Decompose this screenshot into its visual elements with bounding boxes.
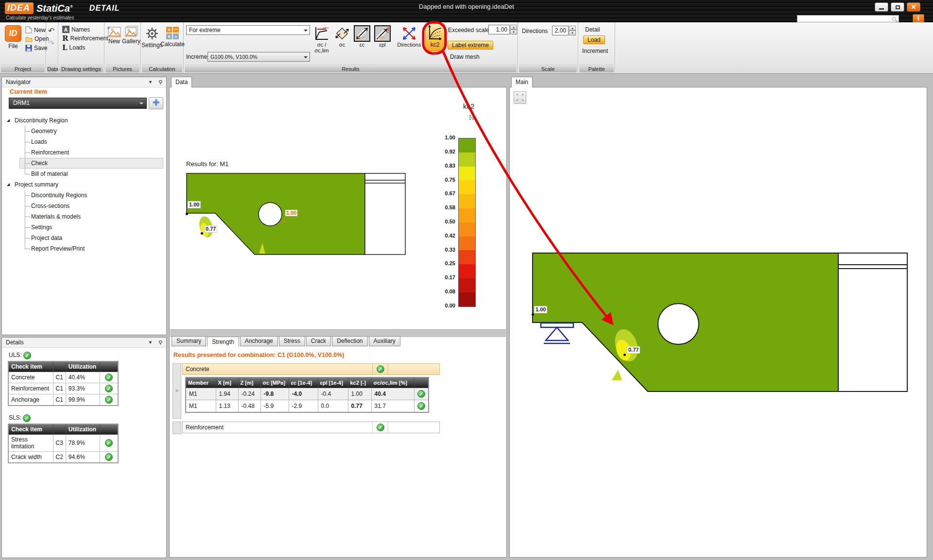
current-item-select[interactable]: DRM1 [9,98,147,109]
tab-crack[interactable]: Crack [306,336,331,346]
for-extreme-select[interactable]: For extreme [186,25,310,35]
spin-up-icon[interactable]: ▲ [569,26,576,31]
scale-band [459,292,475,306]
sigma-ratio-button[interactable]: σlim σc / σc,lim [311,25,332,53]
reinforcement-expander[interactable] [173,422,181,434]
nav-item-geometry[interactable]: Geometry [19,126,163,136]
loads-toggle[interactable]: L Loads [62,44,85,51]
palette-detail-option[interactable]: Detail [585,26,600,33]
exceeded-scale-value[interactable]: 1.00 [488,25,510,34]
spin-down-icon[interactable]: ▼ [510,30,517,34]
nav-item-settings[interactable]: Settings [19,222,163,233]
nav-item-loads[interactable]: Loads [19,136,163,147]
collapse-icon[interactable]: ▼ [148,77,153,87]
directions-scale-label: Directions [522,28,548,34]
details-panel: Details ▼⚲ ULS: ✓ Check itemUtilization … [1,337,167,558]
tab-auxiliary[interactable]: Auxiliary [369,336,400,346]
label-extreme-toggle[interactable]: Label extreme [448,41,493,50]
value-point [201,232,203,235]
svg-text:!: ! [387,26,389,34]
save-button[interactable]: Save [25,45,47,51]
nav-item-cross-sections[interactable]: Cross-sections [19,201,163,211]
nav-item-discontinuity-regions[interactable]: Discontinuity Regions [19,190,163,201]
nav-item-discontinuity-region[interactable]: ◢Discontinuity Region [2,115,164,126]
picture-new-button[interactable]: + New [105,25,123,55]
sigma-c-button[interactable]: σc [332,25,352,48]
tab-main[interactable]: Main [511,77,533,87]
table-row[interactable]: AnchorageC199.9%✓ [8,394,118,406]
search-icon[interactable] [892,17,896,21]
gallery-icon [124,25,138,38]
undo-button[interactable]: ↶ [48,26,54,35]
reinforcement-section-row[interactable]: Reinforcement ✓ [182,422,440,433]
nav-item-reinforcement[interactable]: Reinforcement [19,147,163,158]
new-button[interactable]: New [25,26,46,34]
group-label-scale: Scale [519,65,577,72]
collapse-icon[interactable]: ▼ [148,338,153,347]
redo-button[interactable]: ↷ [48,39,54,48]
directions-value[interactable]: 2.00 [552,26,569,35]
table-header-row: Member X [m] Z [m] σc [MPa] εc [1e-4] εp… [186,377,429,388]
settings-button[interactable]: Settings [142,26,162,49]
tab-stress[interactable]: Stress [279,336,305,346]
palette-increment-option[interactable]: Increment [582,48,608,54]
close-button[interactable]: ✕ [907,2,920,12]
open-button[interactable]: Open [25,35,49,42]
nav-item-report-preview-print[interactable]: Report Preview/Print [19,243,163,254]
table-row[interactable]: M1 1.94 -0.24 -9.8 -4.0 -0.4 1.00 40.4 ✓ [186,388,429,400]
expand-triangle-icon[interactable]: ◢ [7,179,10,190]
tab-strength[interactable]: Strength [207,337,239,347]
expand-triangle-icon[interactable]: ◢ [7,115,10,126]
tab-anchorage[interactable]: Anchorage [240,336,278,346]
nav-item-project-data[interactable]: Project data [19,233,163,243]
names-toggle[interactable]: A Names [62,26,90,33]
pass-icon: ✓ [417,390,425,398]
nav-item-bill-of-material[interactable]: Bill of material [19,169,163,179]
pin-icon[interactable]: ⚲ [158,338,162,347]
draw-mesh-toggle[interactable]: Draw mesh [450,53,480,60]
reinforcement-toggle[interactable]: R Reinforcement [62,35,108,42]
spin-up-icon[interactable]: ▲ [510,25,517,30]
tab-deflection[interactable]: Deflection [332,336,367,346]
fit-view-button[interactable]: ↖↗↙↘ [514,91,526,104]
concrete-section-row[interactable]: Concrete ✓ [182,363,440,375]
value-label: 0.77 [204,225,217,233]
maximize-button[interactable] [891,2,904,12]
pin-icon[interactable]: ⚲ [158,77,162,87]
contour-plot-main[interactable] [529,250,918,397]
calculate-button[interactable]: + − × ÷ Calculate [162,26,183,48]
minimize-button[interactable] [875,2,888,12]
table-row[interactable]: Stress limitationC378.9%✓ [8,435,118,452]
nav-item-materials-models[interactable]: Materials & models [19,211,163,222]
eps-c-button[interactable]: εc [352,25,372,48]
eps-pl-icon: ! [374,25,391,42]
table-row[interactable]: ConcreteC140.4%✓ [8,372,118,383]
tab-summary[interactable]: Summary [172,336,206,346]
reinforcement-icon: R [62,35,68,42]
picture-gallery-button[interactable]: Gallery [122,25,140,55]
nav-item-project-summary[interactable]: ◢Project summary [2,179,164,190]
table-row[interactable]: Crack widthC294.6%✓ [8,452,118,463]
table-row[interactable]: ReinforcementC193.3%✓ [8,383,118,394]
kc2-button[interactable]: kc2 [425,23,445,51]
spin-down-icon[interactable]: ▼ [569,31,576,35]
directions-spinner: 2.00 ▲▼ [552,26,576,35]
svg-text:÷: ÷ [174,34,177,39]
file-button[interactable]: ID File [3,25,23,50]
nav-item-check[interactable]: Check [19,158,163,169]
table-row[interactable]: M1 1.13 -0.48 -5.9 -2.9 0.0 0.77 31.7 ✓ [186,400,429,413]
search-input[interactable] [797,16,892,22]
new-picture-icon: + [107,25,121,38]
directions-button[interactable]: Directions [395,25,424,48]
sigma-ratio-icon: σlim [313,25,330,42]
tab-data[interactable]: Data [171,77,192,87]
increment-select[interactable]: G100.0%, V100.0% [207,52,310,62]
info-button[interactable]: i [913,14,924,23]
navigator-panel: Navigator ▼⚲ Current item DRM1 ✚ ◢Discon… [1,77,167,335]
palette-load-option[interactable]: Load [583,35,605,44]
scale-band [459,278,475,292]
eps-pl-button[interactable]: ! εpl [373,25,392,48]
concrete-expander[interactable]: > [173,363,181,419]
contour-plot-small[interactable] [183,171,413,259]
add-item-button[interactable]: ✚ [149,97,163,109]
